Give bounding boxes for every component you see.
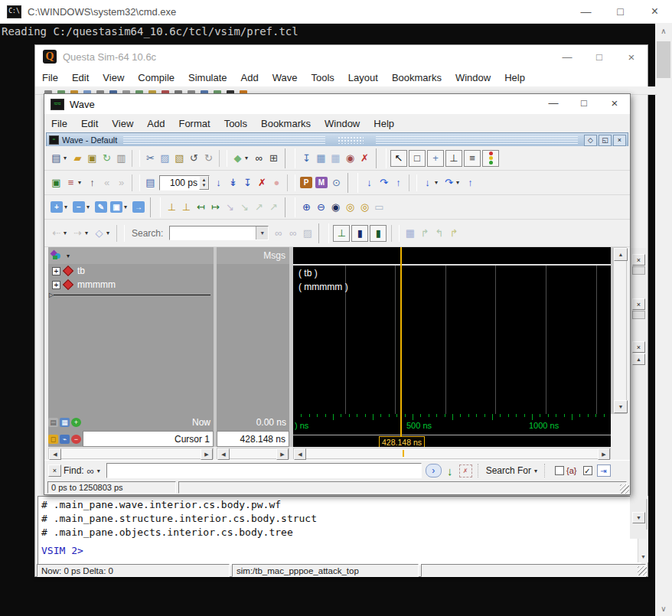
print-icon[interactable]: ▥ — [114, 151, 129, 166]
lock-cursor-icon[interactable]: ◻ — [48, 435, 58, 444]
collapse-all-time-icon[interactable]: ↱ — [446, 226, 461, 241]
search-reverse-icon[interactable]: ∞ — [271, 226, 285, 241]
break-icon[interactable]: ✗ — [255, 175, 269, 191]
expand-icon[interactable]: + — [52, 267, 60, 275]
menu-item-bookmarks[interactable]: Bookmarks — [254, 118, 318, 129]
wave-pane-header[interactable]: ≈ Wave - Default ◇ ◱ × — [46, 132, 628, 148]
search-combobox-dropdown-icon[interactable]: ▾ — [256, 227, 268, 240]
time-cursor-line[interactable] — [400, 247, 402, 414]
menu-item-tools[interactable]: Tools — [217, 118, 254, 129]
delete-all-icon[interactable]: ✗ — [357, 151, 372, 166]
next-event-icon[interactable]: ↦ — [208, 200, 223, 215]
find-previous-transition-icon[interactable]: ↓ — [362, 175, 377, 191]
pane-close-icon[interactable]: × — [613, 135, 626, 146]
edit-bus-icon[interactable]: ≡ — [464, 150, 481, 167]
search-combobox[interactable]: ▾ — [169, 226, 269, 240]
menu-item-edit[interactable]: Edit — [65, 72, 96, 83]
find-options-icon[interactable]: ✗ — [459, 464, 472, 477]
expand-all-time-icon[interactable]: ▦ — [403, 226, 417, 241]
wrap-checkbox[interactable]: ✓ — [583, 466, 592, 475]
cursor-value-cell[interactable]: 428.148 ns — [217, 431, 289, 447]
add-selected-icon[interactable]: ↧ — [299, 151, 314, 166]
expand-icon[interactable]: + — [52, 281, 60, 289]
pan-mode-icon[interactable]: + — [427, 150, 444, 167]
pane-grip[interactable] — [123, 136, 325, 144]
menu-item-add[interactable]: Add — [140, 118, 171, 129]
delete-cursor-icon[interactable]: ⊥ — [179, 200, 194, 215]
signal-row-tb[interactable]: +tb — [48, 264, 214, 278]
transcript-scroll-down-icon[interactable]: ▼ — [639, 552, 648, 562]
scroll-left-icon[interactable]: ◀ — [294, 448, 306, 460]
add-region-icon[interactable]: ◉ — [343, 151, 357, 166]
copy-icon[interactable]: ▨ — [158, 151, 172, 166]
expand-time-at-icon[interactable]: ↱ — [417, 226, 432, 241]
zoom-range-icon[interactable]: ▭ — [372, 200, 387, 215]
run-all-icon[interactable]: ↧ — [240, 175, 255, 191]
resize-grip[interactable] — [638, 566, 647, 575]
signal-row-mmmmm[interactable]: +mmmmm — [48, 278, 214, 292]
signal-names-panel[interactable]: +tb+mmmmm▷ — [48, 264, 214, 414]
cursor-name-cell[interactable]: Cursor 1 — [83, 431, 214, 447]
collapse-time-at-icon[interactable]: ↰ — [432, 226, 446, 241]
new-file-dropdown-icon[interactable]: ▾ — [64, 155, 70, 161]
memory-profile-icon[interactable]: M — [315, 177, 328, 188]
zoom-full-icon[interactable]: ◉ — [328, 200, 343, 215]
time-cursor-line[interactable] — [400, 414, 402, 436]
wave-hscrollbar[interactable]: ◀ ▶ — [293, 448, 611, 459]
group-tree-dropdown-icon[interactable]: ▾ — [67, 253, 73, 259]
scroll-up-icon[interactable]: ▲ — [614, 248, 628, 261]
restart-icon[interactable]: ▤ — [143, 175, 158, 191]
prev-edge-dropdown-icon[interactable]: ▾ — [435, 179, 442, 186]
menu-item-edit[interactable]: Edit — [74, 118, 105, 129]
wave-resize-grip[interactable] — [620, 484, 629, 494]
bookmark-edit-icon[interactable]: ✎ — [95, 201, 107, 213]
questa-maximize-button[interactable]: □ — [583, 45, 615, 68]
docked-pane-close-icon[interactable]: × — [632, 341, 645, 353]
group-tree-icon[interactable] — [51, 251, 62, 260]
run-icon[interactable]: ↓ — [211, 175, 226, 191]
paste-icon[interactable]: ▧ — [172, 151, 187, 166]
find-transition-wrap-icon[interactable]: ↷ — [377, 175, 391, 191]
next-diff-dropdown-icon[interactable]: ▾ — [85, 230, 92, 236]
pane-move-icon[interactable]: ◇ — [584, 135, 597, 146]
menu-item-add[interactable]: Add — [234, 72, 266, 83]
search-for-caret-icon[interactable]: ▾ — [534, 468, 541, 474]
find-mode-dropdown-icon[interactable]: ▾ — [97, 468, 104, 474]
bookmark-save-icon[interactable]: ▣ — [110, 201, 122, 213]
menu-item-tools[interactable]: Tools — [304, 72, 341, 83]
previous-event-icon[interactable]: ↤ — [194, 200, 208, 215]
pane-grip[interactable] — [376, 136, 578, 144]
zoom-cursor-icon[interactable]: ◎ — [343, 200, 357, 215]
expanded-time-off-icon[interactable]: ⊥ — [333, 225, 350, 242]
bookmark-delete-dropdown-icon[interactable]: ▾ — [86, 204, 93, 210]
pane-grip-dots[interactable] — [338, 136, 364, 144]
timeline-mode-icon[interactable]: ▤ — [48, 418, 58, 427]
previous-rising-edge-icon[interactable]: ↗ — [252, 200, 266, 215]
refresh-dropdown-icon[interactable]: ▾ — [245, 155, 252, 161]
run-continue-icon[interactable]: ↡ — [226, 175, 240, 191]
docked-pane-close-icon[interactable]: × — [632, 298, 645, 310]
search-forward-icon[interactable]: ∞ — [285, 226, 300, 241]
signal-filter-icon[interactable]: ≡ — [64, 175, 78, 191]
show-differences-icon[interactable]: ◇ — [92, 226, 106, 241]
zoom-mode-icon[interactable]: □ — [409, 150, 426, 167]
findbar-close-icon[interactable]: × — [48, 464, 61, 477]
menu-item-window[interactable]: Window — [449, 72, 497, 83]
wave-canvas-header[interactable] — [293, 247, 611, 264]
scroll-right-icon[interactable]: ▶ — [276, 448, 289, 460]
menu-item-window[interactable]: Window — [318, 118, 367, 129]
bookmark-export-icon[interactable]: → — [132, 201, 145, 213]
cmd-minimize-button[interactable]: — — [569, 0, 603, 23]
next-rising-edge-icon[interactable]: ↗ — [266, 200, 281, 215]
save-icon[interactable]: ▣ — [85, 151, 99, 166]
pan-hand-icon[interactable]: ⊙ — [329, 175, 344, 191]
prev-page-icon[interactable]: « — [99, 175, 114, 191]
docked-scroll-down-icon[interactable]: ▼ — [632, 512, 645, 523]
scroll-down-icon[interactable]: ▼ — [614, 400, 628, 413]
signal-name[interactable]: mmmmm — [77, 279, 116, 290]
edge-wrap-dropdown-icon[interactable]: ▾ — [456, 179, 463, 186]
insert-cursor-icon[interactable]: ⊥ — [165, 200, 179, 215]
menu-item-format[interactable]: Format — [171, 118, 217, 129]
cmd-scroll-up-icon[interactable]: ∧ — [655, 23, 672, 38]
msgs-hscrollbar[interactable]: ◀ ▶ — [217, 448, 289, 459]
